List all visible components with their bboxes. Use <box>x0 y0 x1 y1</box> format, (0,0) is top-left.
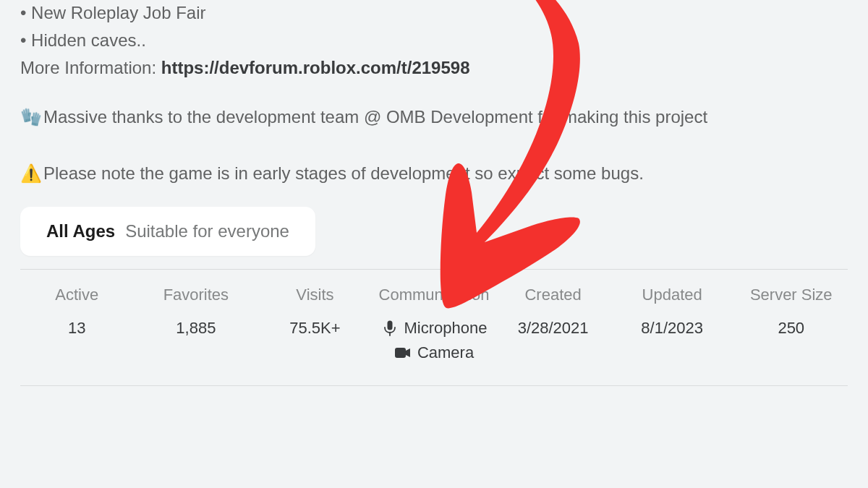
desc-thanks-text: Massive thanks to the development team @… <box>43 104 707 130</box>
stat-header-communication: Communication <box>378 286 491 304</box>
desc-bullet-2: • Hidden caves.. <box>20 27 848 53</box>
stat-favorites: Favorites 1,885 <box>140 286 253 362</box>
stat-communication: Communication Microphone <box>378 286 491 362</box>
stat-value-visits: 75.5K+ <box>258 319 372 338</box>
stat-value-favorites: 1,885 <box>140 319 253 338</box>
stat-value-server-size: 250 <box>734 319 848 338</box>
comm-camera-label: Camera <box>417 343 474 362</box>
stat-active: Active 13 <box>20 286 134 362</box>
rating-label: All Ages <box>46 221 115 241</box>
stat-header-active: Active <box>20 286 134 304</box>
stats-section: Active 13 Favorites 1,885 Visits 75.5K+ … <box>20 269 848 386</box>
desc-thanks: 🧤Massive thanks to the development team … <box>20 104 848 130</box>
desc-more-info: More Information: https://devforum.roblo… <box>20 55 848 81</box>
comm-microphone-label: Microphone <box>404 319 488 338</box>
desc-bullet-1: • New Roleplay Job Fair <box>20 0 848 26</box>
stat-created: Created 3/28/2021 <box>496 286 610 362</box>
stat-value-updated: 8/1/2023 <box>616 319 729 338</box>
glove-emoji-icon: 🧤 <box>20 104 42 130</box>
desc-more-info-link[interactable]: https://devforum.roblox.com/t/219598 <box>161 58 470 77</box>
stat-value-active: 13 <box>20 319 134 338</box>
comm-microphone: Microphone <box>381 319 488 338</box>
desc-warning-text: Please note the game is in early stages … <box>43 160 644 187</box>
warning-emoji-icon: ⚠️ <box>20 160 42 187</box>
stat-header-updated: Updated <box>616 286 729 304</box>
stat-server-size: Server Size 250 <box>734 286 848 362</box>
desc-warning: ⚠️ Please note the game is in early stag… <box>20 160 848 187</box>
stat-header-created: Created <box>496 286 610 304</box>
microphone-icon <box>381 320 399 337</box>
comm-camera: Camera <box>394 343 474 362</box>
desc-more-info-prefix: More Information: <box>20 58 161 77</box>
stat-visits: Visits 75.5K+ <box>258 286 372 362</box>
rating-desc: Suitable for everyone <box>125 221 289 241</box>
stat-updated: Updated 8/1/2023 <box>616 286 729 362</box>
stat-value-created: 3/28/2021 <box>496 319 610 338</box>
stat-header-visits: Visits <box>258 286 372 304</box>
svg-rect-2 <box>395 348 406 358</box>
stat-header-server-size: Server Size <box>734 286 848 304</box>
stat-header-favorites: Favorites <box>140 286 253 304</box>
svg-rect-0 <box>387 321 392 330</box>
rating-box[interactable]: All Ages Suitable for everyone <box>20 207 315 256</box>
camera-icon <box>394 344 412 361</box>
